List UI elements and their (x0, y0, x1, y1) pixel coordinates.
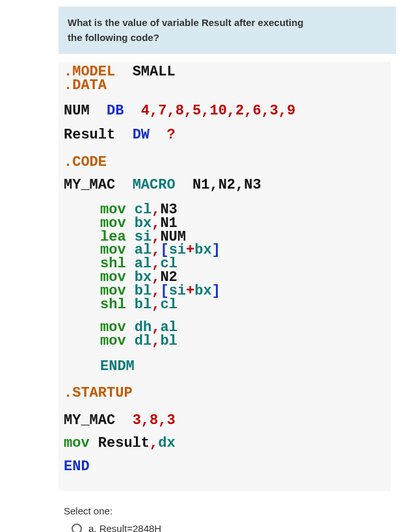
model-arg: SMALL (133, 64, 176, 80)
shl2: shl (100, 297, 126, 313)
mov: mov (100, 333, 126, 349)
macro-name-def: MY_MAC (64, 177, 115, 193)
reg-bx2: bx (194, 242, 211, 258)
db-directive: DB (107, 103, 124, 119)
question-line2: the following code? (68, 32, 159, 43)
comma: , (152, 297, 160, 313)
option-row-a[interactable]: a. Result=2848H (64, 523, 391, 532)
macro-call-name: MY_MAC (64, 412, 115, 429)
reg-bl3: bl (160, 333, 177, 349)
macro-args: N1,N2,N3 (192, 177, 261, 193)
reg-bx4: bx (194, 283, 211, 299)
startup-directive: .STARTUP (64, 385, 133, 401)
code-block: .MODEL SMALL .DATA NUM DB 4,7,8,5,10,2,6… (59, 62, 391, 491)
question-line1: What is the value of variable Result aft… (68, 17, 304, 28)
macro-call-args: 3,8,3 (133, 412, 176, 429)
select-area: Select one: a. Result=2848H (64, 505, 391, 532)
macro-keyword: MACRO (133, 177, 176, 193)
dw-directive: DW (133, 127, 150, 143)
option-a-label: a. Result=2848H (88, 523, 161, 532)
end-directive: END (64, 459, 90, 475)
data-directive: .DATA (64, 77, 107, 94)
reg-bl2: bl (135, 297, 152, 313)
radio-icon[interactable] (72, 524, 82, 532)
rbrack2: ] (212, 283, 220, 299)
num-label: NUM (64, 103, 90, 119)
num-values: 4,7,8,5,10,2,6,3,9 (141, 103, 296, 119)
result-ref: Result (98, 435, 150, 451)
reg-cl3: cl (160, 297, 177, 313)
question-box: What is the value of variable Result aft… (59, 7, 396, 54)
comma-res: , (150, 435, 158, 451)
plus: + (186, 242, 194, 258)
qmark: ? (166, 127, 175, 143)
code-directive: .CODE (64, 154, 107, 170)
comma: , (152, 333, 160, 349)
select-one-title: Select one: (64, 505, 391, 516)
result-label: Result (64, 127, 115, 143)
reg-dl: dl (135, 333, 152, 349)
rbrack: ] (212, 242, 220, 258)
reg-dx: dx (158, 435, 175, 451)
endm: ENDM (100, 358, 135, 375)
mov-result: mov (64, 435, 90, 451)
plus2: + (186, 283, 194, 299)
